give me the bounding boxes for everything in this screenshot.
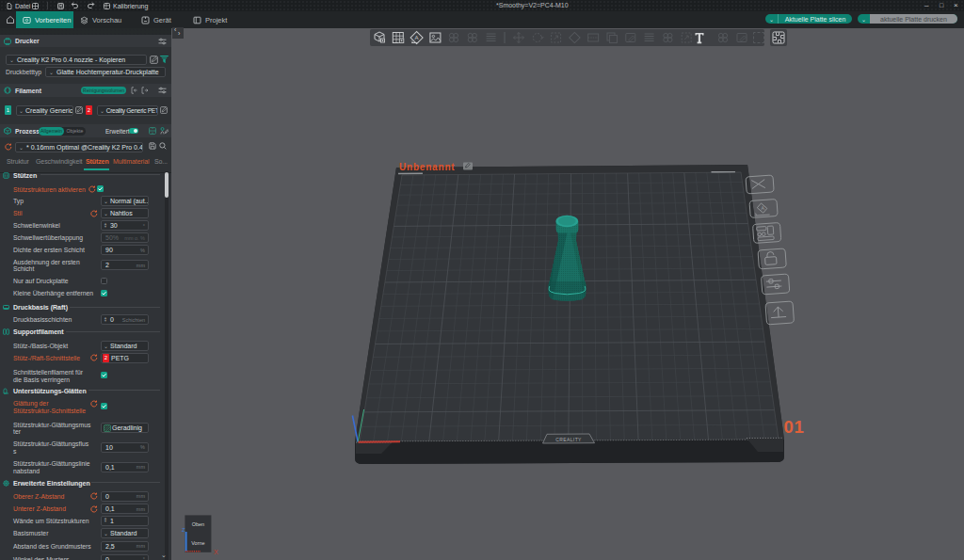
svg-text:X: X	[214, 549, 218, 555]
svg-text:A: A	[415, 35, 419, 40]
svg-text:01: 01	[784, 417, 805, 437]
svg-text:Vorne: Vorne	[191, 540, 204, 546]
svg-text:CREALITY: CREALITY	[555, 437, 582, 442]
svg-text:Unbenannt: Unbenannt	[399, 162, 455, 172]
svg-text:Oben: Oben	[192, 521, 204, 527]
svg-text:Z: Z	[182, 527, 185, 533]
